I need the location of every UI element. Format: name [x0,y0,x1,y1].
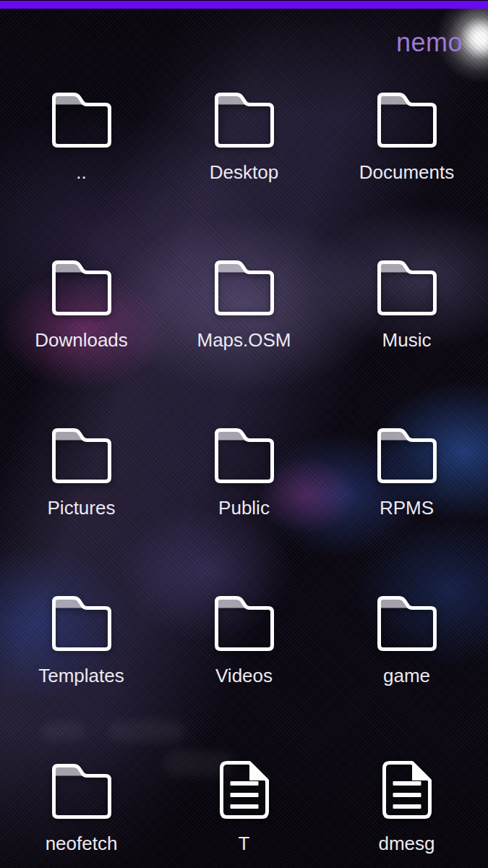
grid-item-t[interactable]: T [163,755,325,868]
item-label: Desktop [210,161,278,184]
document-icon [382,761,432,819]
grid-item-desktop[interactable]: Desktop [163,84,325,252]
icon-box [215,425,274,483]
icon-box [220,761,269,819]
folder-icon [52,260,111,315]
icon-box [215,90,274,148]
folder-icon [377,93,437,148]
folder-icon [52,764,111,819]
icon-box [52,593,111,651]
item-label: Documents [359,161,455,184]
icon-box [382,761,432,819]
file-grid: .. Desktop Documents Downloads Maps.OSM … [0,84,488,868]
grid-item-templates[interactable]: Templates [0,587,163,755]
item-label: .. [76,161,86,184]
item-label: Music [382,328,432,352]
grid-item-dmesg[interactable]: dmesg [325,755,488,868]
grid-item-parent-dir[interactable]: .. [0,84,163,252]
grid-item-videos[interactable]: Videos [163,587,325,755]
item-label: game [383,664,430,688]
grid-item-music[interactable]: Music [325,252,488,420]
item-label: Pictures [48,496,116,520]
page-title: nemo [396,27,463,58]
file-manager-screen: nemo .. Desktop Documents Downloads Maps… [0,0,488,868]
grid-item-game[interactable]: game [325,587,488,755]
grid-item-pictures[interactable]: Pictures [0,420,163,587]
icon-box [215,593,274,651]
icon-box [377,90,437,148]
icon-box [215,258,274,315]
grid-item-maps-osm[interactable]: Maps.OSM [163,252,325,420]
icon-box [52,761,111,819]
icon-box [52,258,111,315]
grid-item-documents[interactable]: Documents [325,84,488,252]
item-label: Downloads [35,328,128,352]
folder-icon [215,428,274,483]
item-label: neofetch [46,832,118,856]
item-label: Maps.OSM [197,328,291,352]
grid-item-neofetch[interactable]: neofetch [0,755,163,868]
folder-icon [215,93,274,148]
item-label: Videos [215,664,273,688]
folder-icon [52,93,111,148]
folder-icon [215,260,274,315]
item-label: dmesg [378,832,435,856]
icon-box [377,593,437,651]
folder-icon [377,596,437,651]
document-icon [220,761,269,819]
folder-icon [215,596,274,651]
grid-item-public[interactable]: Public [163,420,325,587]
item-label: RPMS [380,496,434,520]
grid-item-downloads[interactable]: Downloads [0,252,163,420]
status-bar [0,0,488,9]
icon-box [52,425,111,483]
folder-icon [52,428,111,483]
icon-box [52,90,111,148]
folder-icon [377,428,437,483]
folder-icon [52,596,111,651]
icon-box [377,258,437,315]
icon-box [377,425,437,483]
item-label: Templates [38,664,124,688]
folder-icon [377,260,437,315]
item-label: T [239,832,250,856]
grid-item-rpms[interactable]: RPMS [325,420,488,587]
item-label: Public [218,496,270,520]
